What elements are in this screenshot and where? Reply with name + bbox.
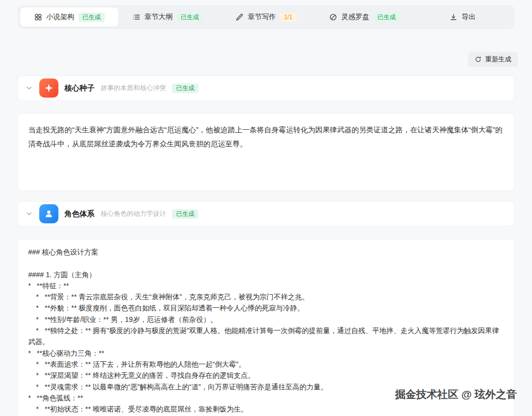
status-badge: 已生成 (373, 13, 400, 22)
section-title: 角色体系 (64, 209, 95, 219)
tab-label: 灵感罗盘 (341, 13, 369, 22)
regenerate-button[interactable]: 重新生成 (468, 52, 518, 67)
actions-row: 重新生成 (14, 52, 518, 67)
tab-chapter-outline[interactable]: 章节大纲 已生成 (118, 8, 216, 27)
chevron-down-icon[interactable] (25, 210, 33, 218)
download-icon (449, 13, 458, 21)
seed-icon (39, 78, 58, 98)
section-header-character-system[interactable]: 角色体系 核心角色的动力学设计 已生成 (18, 201, 514, 226)
status-badge: 已生成 (79, 13, 105, 22)
regenerate-label: 重新生成 (485, 55, 511, 64)
tab-inspiration-compass[interactable]: 灵感罗盘 已生成 (315, 8, 413, 27)
tab-label: 导出 (462, 13, 476, 22)
progress-badge: 1/1 (280, 13, 296, 22)
tab-label: 小说架构 (46, 13, 74, 22)
tab-label: 章节大纲 (144, 13, 173, 22)
top-toolbar: 小说架构 已生成 章节大纲 已生成 章节写作 1/1 灵感罗盘 已生成 导出 (18, 5, 514, 29)
person-icon (39, 204, 58, 223)
tab-label: 章节写作 (248, 13, 276, 22)
list-icon (132, 13, 140, 21)
status-badge: 已生成 (172, 209, 198, 219)
pen-icon (236, 13, 244, 21)
tab-novel-architecture[interactable]: 小说架构 已生成 (20, 8, 118, 27)
section-header-core-seed[interactable]: 核心种子 故事的本质和核心冲突 已生成 (18, 75, 514, 101)
character-system-content: ### 核心角色设计方案 #### 1. 方圆（主角） * **特征：** * … (18, 239, 514, 416)
tab-chapter-writing[interactable]: 章节写作 1/1 (217, 8, 315, 27)
core-seed-content: 当走投无路的“天生衰神”方圆意外融合远古“厄运魔心”，他被迫踏上一条将自身霉运转… (18, 113, 514, 191)
tab-export[interactable]: 导出 (414, 8, 512, 27)
grid-icon (34, 13, 42, 21)
refresh-icon (475, 56, 482, 63)
section-subtitle: 核心角色的动力学设计 (101, 209, 166, 218)
chevron-down-icon[interactable] (25, 84, 33, 92)
compass-icon (329, 13, 337, 21)
status-badge: 已生成 (177, 13, 203, 22)
section-title: 核心种子 (64, 84, 95, 93)
section-subtitle: 故事的本质和核心冲突 (101, 84, 166, 93)
status-badge: 已生成 (172, 84, 198, 93)
